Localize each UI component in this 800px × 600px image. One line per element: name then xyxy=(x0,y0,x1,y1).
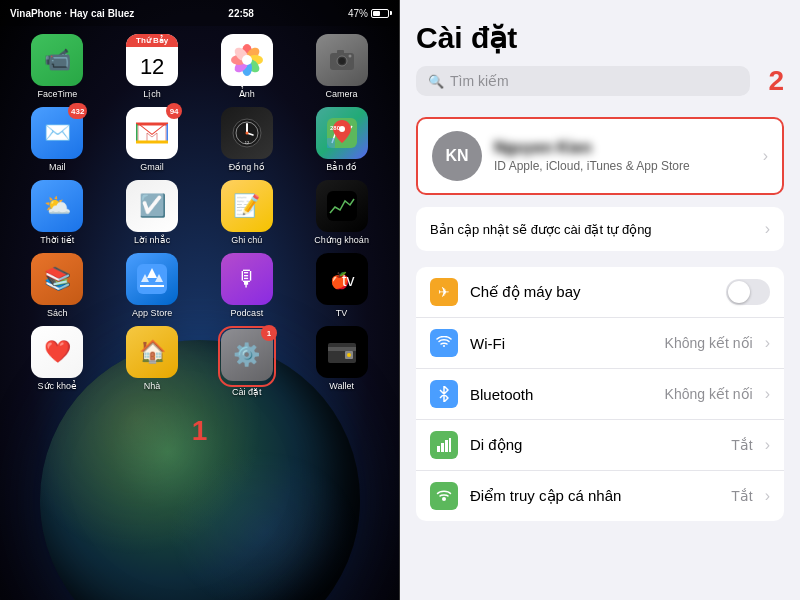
search-bar[interactable]: 🔍 Tìm kiếm xyxy=(416,66,750,96)
app-home[interactable]: 🏠 Nhà xyxy=(116,326,188,397)
app-label-weather: Thời tiết xyxy=(40,235,74,245)
step-1-label: 1 xyxy=(0,415,399,447)
app-health[interactable]: ❤️ Sức khoẻ xyxy=(21,326,93,397)
wifi-value: Không kết nối xyxy=(665,335,753,351)
app-icon-facetime: 📹 xyxy=(31,34,83,86)
cellular-icon xyxy=(430,431,458,459)
settings-row-bluetooth[interactable]: Bluetooth Không kết nối › xyxy=(416,369,784,420)
bluetooth-chevron: › xyxy=(765,385,770,403)
settings-row-wifi[interactable]: Wi-Fi Không kết nối › xyxy=(416,318,784,369)
app-label-calendar: Lịch xyxy=(143,89,161,99)
hotspot-icon xyxy=(430,482,458,510)
app-notes[interactable]: 📝 Ghi chú xyxy=(211,180,283,245)
profile-avatar: KN xyxy=(432,131,482,181)
search-placeholder: Tìm kiếm xyxy=(450,73,509,89)
battery-pct: 47% xyxy=(348,8,368,19)
cellular-value: Tắt xyxy=(731,437,752,453)
app-icon-calendar: Thứ Bảy 12 xyxy=(126,34,178,86)
app-icon-tv: 🍎 tv xyxy=(316,253,368,305)
app-icon-stocks xyxy=(316,180,368,232)
bluetooth-label: Bluetooth xyxy=(470,386,653,403)
hotspot-chevron: › xyxy=(765,487,770,505)
airplane-label: Chế độ máy bay xyxy=(470,283,714,301)
app-row-3: ⛅ Thời tiết ☑️ Lời nhắc 📝 Ghi chú Chứng … xyxy=(10,180,389,245)
app-camera[interactable]: Camera xyxy=(306,34,378,99)
app-grid: 📹 FaceTime Thứ Bảy 12 Lịch xyxy=(0,26,399,413)
svg-rect-27 xyxy=(327,138,335,148)
settings-highlight: ⚙️ 1 xyxy=(218,326,276,387)
app-gmail[interactable]: 94 Gmail xyxy=(116,107,188,172)
app-reminder[interactable]: ☑️ Lời nhắc xyxy=(116,180,188,245)
app-facetime[interactable]: 📹 FaceTime xyxy=(21,34,93,99)
settings-title: Cài đặt xyxy=(416,20,517,55)
battery-fill xyxy=(373,11,380,16)
app-icon-mail: ✉️ 432 xyxy=(31,107,83,159)
toggle-knob xyxy=(728,281,750,303)
bluetooth-icon xyxy=(430,380,458,408)
profile-chevron: › xyxy=(763,147,768,165)
profile-info: Nguyen Kien ID Apple, iCloud, iTunes & A… xyxy=(494,139,751,173)
wifi-chevron: › xyxy=(765,334,770,352)
hotspot-label: Điểm truy cập cá nhân xyxy=(470,487,719,505)
profile-subtitle: ID Apple, iCloud, iTunes & App Store xyxy=(494,159,751,173)
app-photos[interactable]: Ảnh xyxy=(211,34,283,99)
app-icon-podcast: 🎙 xyxy=(221,253,273,305)
app-label-books: Sách xyxy=(47,308,68,318)
svg-text:12: 12 xyxy=(245,140,250,145)
app-icon-maps: 280 xyxy=(316,107,368,159)
status-bar: VinaPhone · Hay cai Bluez 22:58 47% xyxy=(0,0,399,26)
app-label-stocks: Chứng khoán xyxy=(314,235,369,245)
svg-text:280: 280 xyxy=(330,125,341,131)
profile-section[interactable]: KN Nguyen Kien ID Apple, iCloud, iTunes … xyxy=(416,117,784,195)
app-maps[interactable]: 280 Bản đồ xyxy=(306,107,378,172)
app-tv[interactable]: 🍎 tv TV xyxy=(306,253,378,318)
app-row-2: ✉️ 432 Mail 94 xyxy=(10,107,389,172)
app-icon-wallet xyxy=(316,326,368,378)
app-weather[interactable]: ⛅ Thời tiết xyxy=(21,180,93,245)
settings-badge: 1 xyxy=(261,325,277,341)
app-icon-clock: 12 xyxy=(221,107,273,159)
svg-point-13 xyxy=(348,55,351,58)
app-label-mail: Mail xyxy=(49,162,66,172)
profile-row: KN Nguyen Kien ID Apple, iCloud, iTunes … xyxy=(418,119,782,193)
settings-header: Cài đặt 🔍 Tìm kiếm 2 xyxy=(400,0,800,105)
gmail-badge: 94 xyxy=(166,103,182,119)
app-label-home: Nhà xyxy=(144,381,161,391)
app-label-reminder: Lời nhắc xyxy=(134,235,170,245)
app-label-photos: Ảnh xyxy=(239,89,255,99)
app-podcast[interactable]: 🎙 Podcast xyxy=(211,253,283,318)
app-appstore[interactable]: App Store xyxy=(116,253,188,318)
app-settings[interactable]: ⚙️ 1 Cài đặt xyxy=(211,326,283,397)
svg-rect-39 xyxy=(441,443,444,452)
auto-update-row: Bản cập nhật sẽ được cài đặt tự động › xyxy=(416,207,784,251)
app-icon-settings: ⚙️ 1 xyxy=(221,329,273,381)
app-row-4: 📚 Sách App Store 🎙 Podcast xyxy=(10,253,389,318)
app-clock[interactable]: 12 Đồng hồ xyxy=(211,107,283,172)
app-icon-books: 📚 xyxy=(31,253,83,305)
app-stocks[interactable]: Chứng khoán xyxy=(306,180,378,245)
search-icon: 🔍 xyxy=(428,74,444,89)
settings-row-hotspot[interactable]: Điểm truy cập cá nhân Tắt › xyxy=(416,471,784,521)
bluetooth-value: Không kết nối xyxy=(665,386,753,402)
app-icon-appstore xyxy=(126,253,178,305)
svg-rect-38 xyxy=(437,446,440,452)
time-text: 22:58 xyxy=(228,8,254,19)
auto-update-section[interactable]: Bản cập nhật sẽ được cài đặt tự động › xyxy=(416,207,784,251)
settings-row-airplane[interactable]: ✈ Chế độ máy bay xyxy=(416,267,784,318)
app-label-tv: TV xyxy=(336,308,348,318)
app-label-facetime: FaceTime xyxy=(38,89,78,99)
app-label-wallet: Wallet xyxy=(329,381,354,391)
svg-rect-35 xyxy=(328,347,356,351)
app-icon-photos xyxy=(221,34,273,86)
app-row-5: ❤️ Sức khoẻ 🏠 Nhà ⚙️ 1 Cài đặt xyxy=(10,326,389,397)
app-icon-notes: 📝 xyxy=(221,180,273,232)
airplane-toggle[interactable] xyxy=(726,279,770,305)
settings-group: ✈ Chế độ máy bay Wi-Fi Không kết nối › B… xyxy=(416,267,784,521)
settings-row-cellular[interactable]: Di động Tắt › xyxy=(416,420,784,471)
app-calendar[interactable]: Thứ Bảy 12 Lịch xyxy=(116,34,188,99)
phone-panel: VinaPhone · Hay cai Bluez 22:58 47% 📹 Fa… xyxy=(0,0,400,600)
app-mail[interactable]: ✉️ 432 Mail xyxy=(21,107,93,172)
auto-update-chevron: › xyxy=(765,220,770,238)
app-books[interactable]: 📚 Sách xyxy=(21,253,93,318)
app-wallet[interactable]: Wallet xyxy=(306,326,378,397)
